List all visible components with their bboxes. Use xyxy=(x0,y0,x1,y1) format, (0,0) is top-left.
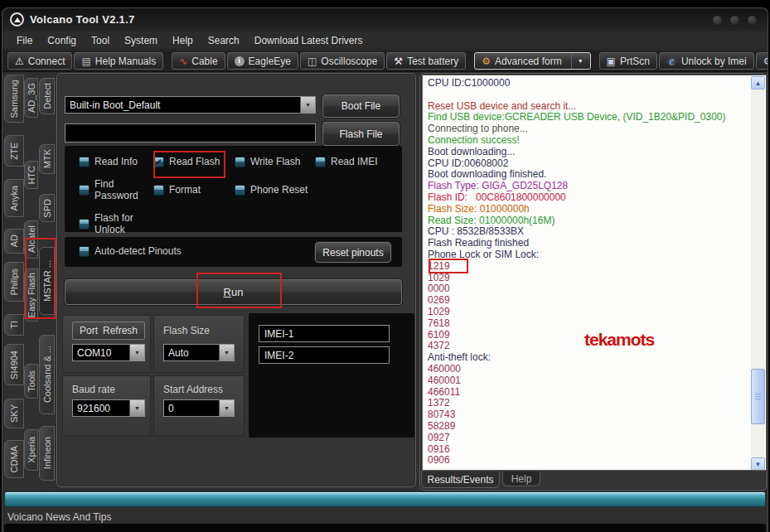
cable-icon: ∿ xyxy=(179,56,187,66)
sidebar-tab[interactable]: Samsung xyxy=(4,75,24,123)
sidebar-tab[interactable]: SKY xyxy=(4,399,24,428)
operation-checkbox[interactable]: Phone Reset xyxy=(235,178,315,201)
log-line: Flash Type: GIGA_GD25LQ128 xyxy=(428,181,752,192)
sidebar-tab[interactable]: Coolsand & ... xyxy=(39,335,55,414)
operation-checkbox[interactable]: Flash for Unlock xyxy=(79,212,153,235)
chevron-down-icon[interactable]: ▼ xyxy=(571,53,584,69)
sidebar-tab[interactable]: MTK xyxy=(39,144,55,174)
log-line: Flash ID: 00C8601800000000 xyxy=(428,192,752,204)
toolbar-button[interactable]: ∿ Cable ▼ xyxy=(172,52,225,70)
toolbar-button[interactable]: i EagleEye ▼ xyxy=(227,52,298,70)
sidebar-tab[interactable]: Infineon xyxy=(39,426,55,481)
sidebar-tab[interactable]: CDMA xyxy=(4,440,24,478)
scrollbar-thumb[interactable] xyxy=(751,369,765,424)
sidebar-tab[interactable]: HTC xyxy=(24,161,38,189)
wrench-icon: ⚒ xyxy=(394,56,403,66)
toolbar-button[interactable]: e Unlock by Imei ▼ xyxy=(659,52,754,70)
operation-checkbox[interactable]: Write Flash xyxy=(235,156,315,167)
sidebar-tab[interactable]: MSTAR ... xyxy=(39,247,55,315)
imei-panel: IMEI-1 IMEI-2 xyxy=(249,313,414,438)
menu-item[interactable]: Download Latest Drivers xyxy=(247,33,370,48)
watermark-text: tekamots xyxy=(584,330,654,350)
sidebar-tab[interactable]: TI xyxy=(4,314,24,336)
menu-item[interactable]: Help xyxy=(165,33,201,48)
chevron-down-icon[interactable] xyxy=(219,345,234,360)
run-button[interactable]: Run xyxy=(65,279,402,305)
sidebar-tab[interactable]: AD xyxy=(4,229,24,254)
sidebar-col1: SamsungZTEAnykaADPhilipsTISI4904SKYCDMA xyxy=(4,8,24,532)
start-address-value: 0 xyxy=(168,403,174,414)
close-button[interactable] xyxy=(747,15,758,26)
sidebar-tab[interactable]: ZTE xyxy=(4,135,24,167)
start-address-combobox[interactable]: 0 xyxy=(163,399,235,417)
checkbox-icon xyxy=(153,185,164,196)
toolbar-button[interactable]: ⚒ Test battery ▼ xyxy=(386,52,466,70)
imei-1-field[interactable]: IMEI-1 xyxy=(259,325,390,342)
port-refresh-button[interactable]: Refresh xyxy=(103,325,138,336)
flash-file-button[interactable]: Flash File xyxy=(322,122,400,146)
flash-file-path-input[interactable] xyxy=(65,123,316,143)
toolbar-button[interactable]: ⚙ Advanced form ▼ xyxy=(474,52,590,70)
chevron-down-icon[interactable] xyxy=(129,345,144,360)
sidebar-tab[interactable]: AD_3G xyxy=(24,78,38,118)
sidebar-tab[interactable]: Alcatel xyxy=(24,220,38,259)
log-scrollbar[interactable]: ▲ ▼ xyxy=(751,76,765,471)
baud-rate-combobox[interactable]: 921600 xyxy=(72,399,145,417)
port-combobox[interactable]: COM10 xyxy=(72,344,145,361)
log-line: Connecting to phone... xyxy=(428,123,752,135)
baud-rate-label: Baud rate xyxy=(72,384,115,395)
menu-bar: FileConfigToolSystemHelpSearchDownload L… xyxy=(2,31,768,50)
maximize-button[interactable] xyxy=(729,15,740,26)
minimize-button[interactable] xyxy=(712,15,723,26)
ie-e-icon: e xyxy=(666,56,677,66)
scroll-down-icon[interactable]: ▼ xyxy=(751,457,765,471)
toolbar-button[interactable]: ◫ Oscilloscope ▼ xyxy=(300,52,385,70)
log-output[interactable]: CPU ID:C1000000Reset USB device and sear… xyxy=(422,75,767,471)
info-circle-icon: i xyxy=(235,56,245,66)
boot-file-button[interactable]: Boot File xyxy=(322,94,400,118)
operation-checkbox[interactable]: Find Password xyxy=(79,178,153,201)
toolbar-button[interactable]: ▤ Help Manuals ▼ xyxy=(74,52,163,70)
sidebar-tab[interactable]: SPD xyxy=(39,194,55,222)
tab-help[interactable]: Help xyxy=(502,472,540,486)
menu-item[interactable]: Search xyxy=(201,33,247,48)
log-lines: CPU ID:C1000000Reset USB device and sear… xyxy=(423,75,752,467)
reset-pinouts-button[interactable]: Reset pinouts xyxy=(315,242,391,263)
chevron-down-icon[interactable] xyxy=(300,97,315,113)
boot-preset-combobox[interactable]: Built-in Boot_Default xyxy=(65,96,316,114)
toolbar: ⚠ Connect ▼ ▤ Help Manuals ▼ ∿ Cable ▼ i… xyxy=(2,51,768,72)
sidebar-tab[interactable]: Xperia xyxy=(24,429,38,471)
toolbar-button-label: Oscilloscope xyxy=(321,56,377,67)
sidebar-tab[interactable]: Detect xyxy=(39,78,55,114)
sidebar-tab[interactable]: SI4904 xyxy=(4,344,24,385)
chevron-down-icon[interactable] xyxy=(219,400,234,416)
operation-checkbox[interactable]: Read IMEI xyxy=(315,156,402,167)
log-line: 58289 xyxy=(428,421,752,433)
log-line: 1219 xyxy=(428,261,752,273)
checkbox-icon xyxy=(79,246,90,257)
boot-preset-value: Built-in Boot_Default xyxy=(70,99,160,111)
flash-size-combobox[interactable]: Auto xyxy=(163,344,235,361)
scroll-up-icon[interactable]: ▲ xyxy=(751,76,765,89)
window-controls xyxy=(712,15,758,26)
toolbar-button[interactable]: ▣ PrtScn ▼ xyxy=(599,52,657,70)
tab-results-events[interactable]: Results/Events xyxy=(421,472,500,488)
sidebar-tab[interactable]: Tools xyxy=(24,364,38,399)
imei-2-field[interactable]: IMEI-2 xyxy=(259,346,390,364)
operation-checkbox[interactable]: Format xyxy=(153,178,235,201)
menu-item[interactable]: Tool xyxy=(84,33,117,48)
checkbox-icon xyxy=(235,185,245,196)
operation-checkbox[interactable]: Read Flash xyxy=(153,156,235,167)
sidebar-tab[interactable]: Easy Flash xyxy=(24,268,38,322)
toolbar-button[interactable]: ⚙ ▼ xyxy=(756,52,768,70)
operation-checkbox[interactable]: Read Info xyxy=(79,156,153,167)
menu-item[interactable]: System xyxy=(117,33,165,48)
checkbox-icon xyxy=(153,157,164,167)
sidebar-tab[interactable]: Philips xyxy=(4,262,24,302)
checkbox-icon xyxy=(315,157,326,167)
chevron-down-icon[interactable] xyxy=(129,400,144,416)
auto-detect-pinouts-checkbox[interactable]: Auto-detect Pinouts xyxy=(79,245,182,257)
auto-detect-pinouts-label: Auto-detect Pinouts xyxy=(94,245,182,257)
log-line: Flash Reading finished xyxy=(428,238,752,249)
sidebar-tab[interactable]: Anyka xyxy=(4,179,24,217)
